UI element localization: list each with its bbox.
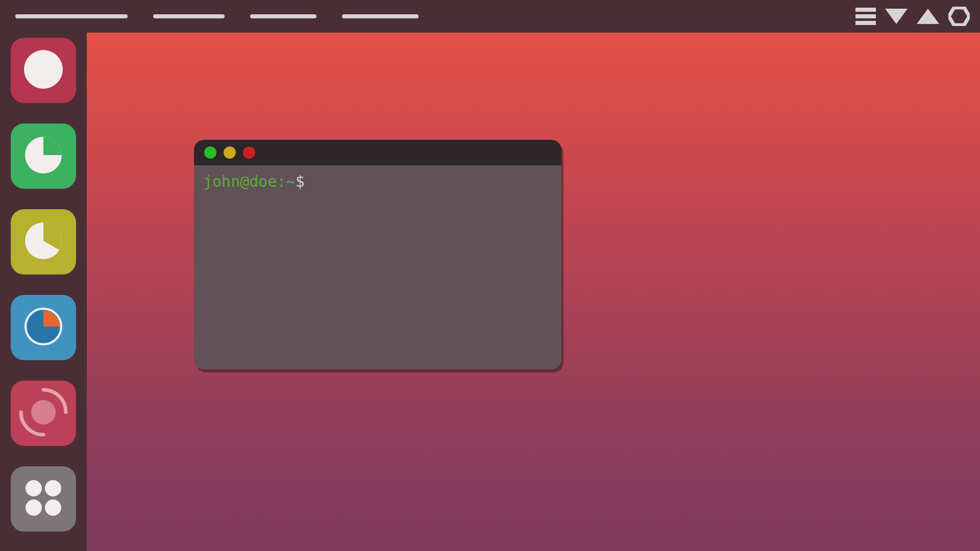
top-bar xyxy=(0,0,980,33)
menu-item-2[interactable] xyxy=(153,14,225,18)
menu-item-4[interactable] xyxy=(342,14,419,18)
target-icon xyxy=(18,387,69,440)
menu-item-3[interactable] xyxy=(250,14,316,18)
prompt-path: ~ xyxy=(286,172,296,190)
traffic-light-yellow[interactable] xyxy=(224,146,236,159)
pie-1-icon xyxy=(23,135,64,178)
terminal-body[interactable]: john@doe:~$ xyxy=(194,165,561,369)
desktop: john@doe:~$ xyxy=(87,33,980,551)
terminal-window[interactable]: john@doe:~$ xyxy=(194,140,561,369)
pie-2-icon xyxy=(23,220,64,263)
system-tray xyxy=(855,7,970,26)
app-circle[interactable] xyxy=(11,38,76,103)
svg-point-11 xyxy=(26,480,42,496)
menu-bar xyxy=(15,14,419,18)
svg-rect-0 xyxy=(855,8,876,12)
hamburger-icon[interactable] xyxy=(855,8,876,25)
traffic-light-green[interactable] xyxy=(204,146,216,159)
svg-point-10 xyxy=(31,400,56,424)
prompt-symbol: $ xyxy=(296,172,305,190)
svg-point-12 xyxy=(45,480,61,496)
svg-point-13 xyxy=(26,499,42,516)
circle-icon xyxy=(23,49,64,92)
svg-rect-2 xyxy=(855,21,876,25)
app-pie-1[interactable] xyxy=(11,123,76,189)
svg-marker-5 xyxy=(949,8,969,25)
app-pie-2[interactable] xyxy=(11,209,76,274)
app-target[interactable] xyxy=(11,381,76,446)
terminal-titlebar[interactable] xyxy=(194,140,561,165)
hexagon-icon[interactable] xyxy=(948,7,970,26)
svg-marker-3 xyxy=(885,9,908,24)
svg-marker-4 xyxy=(917,9,939,24)
prompt-user-host: john@doe: xyxy=(203,172,286,190)
pie-ring-icon xyxy=(23,306,64,349)
launcher xyxy=(0,33,87,551)
traffic-light-red[interactable] xyxy=(243,146,255,159)
dots-icon xyxy=(20,475,66,523)
app-dots[interactable] xyxy=(11,466,76,532)
triangle-down-icon[interactable] xyxy=(885,8,908,25)
svg-rect-1 xyxy=(855,14,876,18)
svg-point-6 xyxy=(24,50,63,89)
svg-point-14 xyxy=(45,499,61,516)
app-pie-ring[interactable] xyxy=(11,295,76,360)
triangle-up-icon[interactable] xyxy=(917,8,939,25)
menu-item-1[interactable] xyxy=(15,14,128,18)
